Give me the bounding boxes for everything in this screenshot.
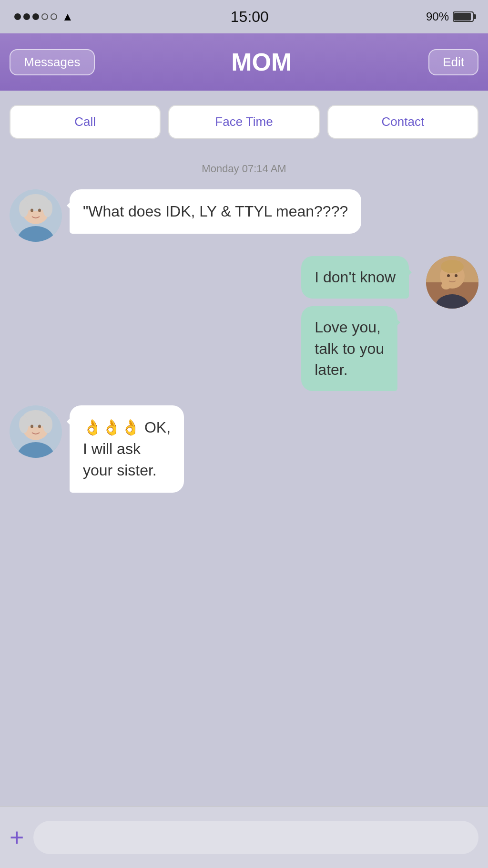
message-text-3: Love you,talk to youlater. [315,319,384,379]
bubble-outgoing-1: I don't know [301,256,409,299]
call-button[interactable]: Call [10,105,161,139]
battery-area: 90% [426,10,474,23]
dot5 [51,13,57,20]
outgoing-group: I don't know Love you,talk to youlater. [10,256,478,391]
message-row: "What does IDK, LY & TTYL mean???? [10,189,478,242]
outgoing-bubbles: I don't know Love you,talk to youlater. [301,256,417,391]
dot4 [41,13,48,20]
plus-button[interactable]: + [10,825,24,850]
status-time: 15:00 [231,8,269,26]
dot3 [32,13,39,20]
svg-point-13 [447,274,450,277]
dot2 [23,13,30,20]
battery-percent: 90% [426,10,449,23]
bottom-bar: + [0,806,488,868]
timestamp: Monday 07:14 AM [10,163,478,175]
svg-point-6 [30,209,33,212]
action-bar: Call Face Time Contact [0,91,488,148]
message-row-2: 👌👌👌 OK,I will askyour sister. [10,405,478,492]
svg-point-7 [38,209,41,212]
signal-dots [14,13,57,20]
svg-point-22 [30,425,33,428]
battery-icon [453,11,474,22]
svg-point-20 [19,416,29,433]
messages-area: Monday 07:14 AM "What does IDK, LY & TTY… [0,148,488,512]
svg-point-5 [43,200,52,217]
header: Messages MOM Edit [0,33,488,91]
svg-point-21 [43,416,52,433]
bubble-outgoing-2: Love you,talk to youlater. [301,306,397,391]
signal-area: ▲ [14,10,73,23]
svg-point-15 [441,282,451,289]
svg-point-4 [19,200,29,217]
avatar-mom-2 [10,405,62,458]
avatar-son [426,256,478,309]
bubble-incoming-1: "What does IDK, LY & TTYL mean???? [70,189,361,234]
svg-point-14 [455,274,458,277]
wifi-icon: ▲ [62,10,73,23]
header-title: MOM [231,48,292,76]
dot1 [14,13,21,20]
avatar-mom-1 [10,189,62,242]
bubble-incoming-2: 👌👌👌 OK,I will askyour sister. [70,405,184,492]
message-text-2: I don't know [315,269,396,286]
message-input[interactable] [33,821,478,854]
edit-button[interactable]: Edit [428,49,478,75]
facetime-button[interactable]: Face Time [168,105,319,139]
message-text-4: 👌👌👌 OK,I will askyour sister. [83,419,171,479]
message-text-1: "What does IDK, LY & TTYL mean???? [83,203,348,220]
contact-button[interactable]: Contact [327,105,478,139]
svg-point-23 [38,425,41,428]
status-bar: ▲ 15:00 90% [0,0,488,33]
svg-point-12 [441,260,464,273]
battery-fill [454,13,471,21]
back-button[interactable]: Messages [10,49,95,75]
